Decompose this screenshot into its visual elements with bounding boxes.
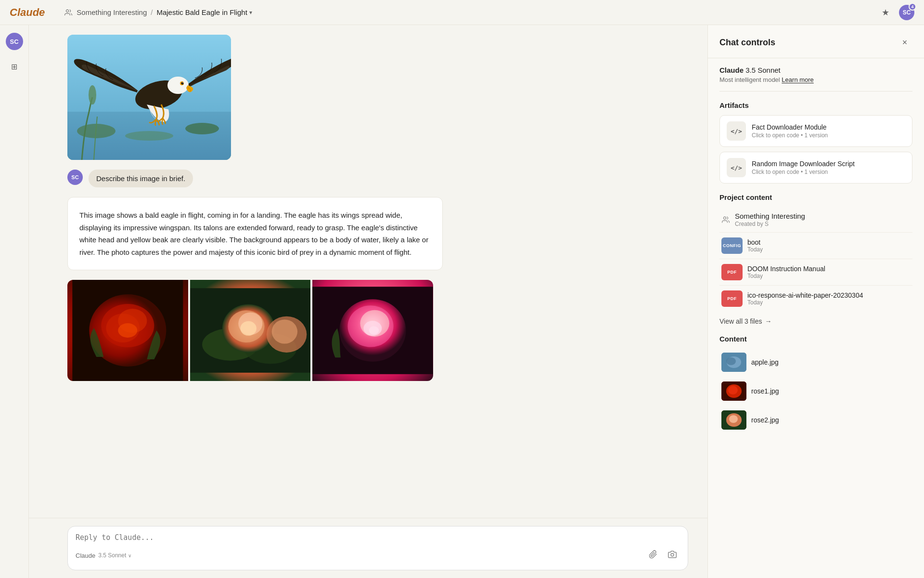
artifacts-section-header: Artifacts — [719, 101, 912, 109]
breadcrumb-separator: / — [151, 8, 153, 16]
svg-point-43 — [729, 415, 738, 423]
svg-point-33 — [671, 553, 674, 556]
project-people-icon — [721, 215, 730, 224]
content-image-item-2[interactable]: rose1.jpg — [719, 378, 912, 405]
sidebar-panel-button[interactable]: ⊞ — [6, 58, 23, 75]
svg-point-37 — [726, 357, 736, 365]
main-layout: SC ⊞ — [0, 25, 924, 578]
app-logo: Claude — [10, 6, 45, 19]
model-description: Most intelligent model Learn more — [719, 76, 912, 83]
left-sidebar: SC ⊞ — [0, 25, 29, 578]
svg-point-24 — [240, 321, 256, 336]
svg-point-0 — [66, 10, 69, 12]
view-all-arrow-icon: → — [765, 317, 771, 325]
rose-images-row — [67, 280, 433, 381]
artifact-meta-2: Click to open code • 1 version — [752, 169, 905, 175]
file-date-1: Today — [747, 246, 911, 253]
artifact-info-2: Random Image Downloader Script Click to … — [752, 160, 905, 175]
input-icons — [645, 548, 680, 563]
project-creator: Created by S — [735, 221, 805, 227]
file-date-3: Today — [747, 299, 911, 306]
model-dropdown-icon: ∨ — [128, 553, 131, 558]
file-badge-1: CONFIG — [721, 237, 743, 254]
breadcrumb-parent[interactable]: Something Interesting — [77, 8, 147, 16]
breadcrumb-dropdown-icon: ▾ — [249, 9, 252, 16]
artifact-code-icon-1: </> — [727, 121, 746, 141]
panel-header: Chat controls × — [708, 25, 924, 58]
rose-image-2 — [190, 280, 311, 381]
artifact-meta-1: Click to open code • 1 version — [752, 132, 905, 139]
file-info-3: ico-response-ai-white-paper-20230304 Tod… — [747, 291, 911, 306]
breadcrumb: Something Interesting / Majestic Bald Ea… — [64, 8, 252, 17]
file-info-1: boot Today — [747, 238, 911, 253]
file-name-2: DOOM Instruction Manual — [747, 265, 911, 273]
view-all-files-link[interactable]: View all 3 files → — [719, 317, 912, 325]
chat-area: SC Describe this image in brief. This im… — [29, 25, 707, 578]
project-details: Something Interesting Created by S — [735, 212, 805, 227]
attach-button[interactable] — [645, 548, 661, 563]
avatar-badge: 4 — [909, 3, 916, 11]
svg-point-11 — [182, 82, 183, 83]
input-bottom: Claude 3.5 Sonnet ∨ — [76, 548, 680, 563]
user-message: SC Describe this image in brief. — [67, 170, 688, 187]
svg-point-4 — [185, 123, 219, 134]
chat-messages: SC Describe this image in brief. This im… — [29, 25, 707, 518]
learn-more-link[interactable]: Learn more — [782, 76, 813, 83]
people-icon — [64, 8, 73, 17]
content-thumbnail-2 — [721, 381, 746, 401]
user-avatar-button[interactable]: SC 4 — [899, 5, 914, 20]
file-name-1: boot — [747, 238, 911, 246]
svg-point-26 — [271, 319, 297, 343]
attach-icon — [649, 550, 657, 561]
file-badge-2: PDF — [721, 264, 743, 280]
artifact-name-2: Random Image Downloader Script — [752, 160, 905, 168]
artifact-info-1: Fact Downloader Module Click to open cod… — [752, 123, 905, 139]
rose-image-1 — [67, 280, 188, 381]
file-item-2[interactable]: PDF DOOM Instruction Manual Today — [719, 259, 912, 285]
close-icon: × — [902, 38, 908, 48]
artifact-name-1: Fact Downloader Module — [752, 123, 905, 131]
content-image-item-3[interactable]: rose2.jpg — [719, 407, 912, 434]
message-input[interactable] — [76, 533, 680, 542]
input-model-label[interactable]: Claude 3.5 Sonnet ∨ — [76, 552, 131, 559]
breadcrumb-current[interactable]: Majestic Bald Eagle in Flight ▾ — [156, 8, 252, 16]
star-button[interactable]: ★ — [878, 5, 893, 20]
top-nav: Claude Something Interesting / Majestic … — [0, 0, 924, 25]
svg-point-10 — [181, 82, 184, 85]
svg-point-34 — [723, 217, 726, 219]
content-thumbnail-3 — [721, 410, 746, 430]
file-date-2: Today — [747, 273, 911, 279]
close-panel-button[interactable]: × — [897, 35, 912, 50]
panel-title: Chat controls — [719, 38, 775, 48]
file-name-3: ico-response-ai-white-paper-20230304 — [747, 291, 911, 299]
right-panel: Chat controls × Claude 3.5 Sonnet Most i… — [707, 25, 924, 578]
content-image-name-1: apple.jpg — [751, 358, 779, 366]
camera-icon — [668, 550, 677, 561]
panel-content: Claude 3.5 Sonnet Most intelligent model… — [708, 58, 924, 578]
panel-icon: ⊞ — [11, 62, 17, 71]
assistant-message: This image shows a bald eagle in flight,… — [67, 197, 443, 270]
sidebar-avatar: SC — [6, 33, 23, 50]
svg-point-32 — [369, 326, 379, 334]
artifact-item-1[interactable]: </> Fact Downloader Module Click to open… — [719, 115, 912, 147]
svg-point-40 — [728, 386, 738, 394]
file-item-3[interactable]: PDF ico-response-ai-white-paper-20230304… — [719, 285, 912, 312]
artifact-item-2[interactable]: </> Random Image Downloader Script Click… — [719, 152, 912, 184]
input-area: Claude 3.5 Sonnet ∨ — [29, 518, 707, 578]
file-item-1[interactable]: CONFIG boot Today — [719, 232, 912, 259]
user-bubble: Describe this image in brief. — [89, 170, 193, 187]
avatar-initials: SC — [903, 9, 911, 16]
project-content-section-header: Project content — [719, 193, 912, 201]
model-section: Claude 3.5 Sonnet Most intelligent model… — [719, 58, 912, 92]
file-badge-3: PDF — [721, 290, 743, 307]
file-info-2: DOOM Instruction Manual Today — [747, 265, 911, 279]
content-section-header: Content — [719, 335, 912, 343]
svg-point-6 — [89, 85, 96, 105]
content-image-name-2: rose1.jpg — [751, 387, 779, 395]
svg-point-5 — [125, 131, 173, 141]
camera-button[interactable] — [665, 548, 680, 563]
star-icon: ★ — [882, 7, 889, 18]
content-image-name-3: rose2.jpg — [751, 416, 779, 424]
input-box: Claude 3.5 Sonnet ∨ — [67, 526, 688, 570]
content-image-item-1[interactable]: apple.jpg — [719, 349, 912, 376]
